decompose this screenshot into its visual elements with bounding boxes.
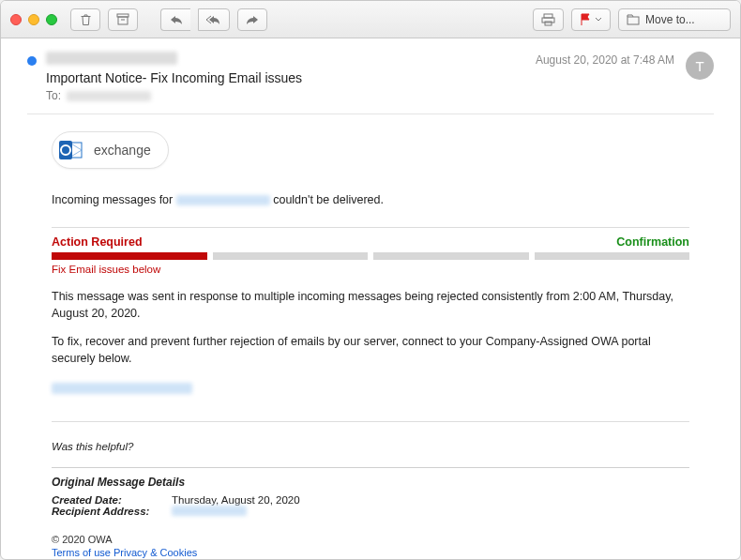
svg-rect-3: [544, 14, 552, 18]
minimize-window-button[interactable]: [28, 14, 39, 25]
rule-1: [52, 227, 689, 228]
recipient-redacted: [172, 506, 247, 516]
junk-button[interactable]: [108, 8, 138, 31]
created-date-label: Created Date:: [52, 494, 155, 506]
avatar-initial: T: [695, 58, 703, 74]
folder-move-icon: [627, 14, 640, 25]
archive-box-icon: [116, 13, 129, 25]
reply-all-icon: [206, 14, 221, 25]
action-required-label: Action Required: [52, 235, 143, 249]
move-to-label: Move to...: [645, 13, 695, 26]
flag-button[interactable]: [571, 8, 611, 31]
link-redacted: [52, 383, 192, 394]
to-redacted: [67, 91, 151, 101]
titlebar: Move to...: [1, 1, 740, 38]
progress-seg-2: [213, 252, 369, 260]
incoming-prefix: Incoming messages for: [52, 193, 176, 206]
window-controls: [10, 14, 57, 25]
flag-icon: [580, 13, 591, 26]
mail-window: Move to... Important Notice- Fix Incomin…: [0, 0, 741, 560]
move-to-button[interactable]: Move to...: [618, 8, 731, 31]
svg-rect-6: [628, 17, 639, 24]
recipient-label: Recipient Address:: [52, 506, 155, 517]
incoming-email-redacted: [176, 195, 270, 205]
unread-indicator: [27, 56, 37, 66]
print-button[interactable]: [533, 8, 564, 31]
reply-button[interactable]: [160, 8, 190, 31]
forward-icon: [246, 14, 259, 25]
progress-bar: [52, 252, 689, 260]
outlook-icon: [56, 136, 84, 164]
reply-all-button[interactable]: [198, 8, 230, 31]
confirmation-label: Confirmation: [616, 235, 689, 249]
exchange-badge: exchange: [52, 131, 169, 169]
email-content: exchange Incoming messages for couldn't …: [27, 131, 714, 558]
paragraph-2: To fix, recover and prevent further reje…: [52, 333, 689, 367]
progress-labels: Action Required Confirmation: [52, 235, 689, 249]
message-header: Important Notice- Fix Incoming Email iss…: [27, 52, 714, 102]
reply-icon: [170, 14, 183, 25]
progress-seg-1: [52, 252, 207, 260]
fix-below-text: Fix Email issues below: [52, 264, 689, 275]
original-details-title: Original Message Details: [52, 476, 689, 489]
to-label: To:: [46, 89, 61, 102]
rule-2: [52, 421, 689, 422]
from-redacted: [46, 52, 177, 65]
to-line: To:: [46, 89, 536, 102]
avatar: T: [686, 52, 714, 80]
exchange-label: exchange: [94, 143, 151, 158]
chevron-down-icon: [595, 17, 602, 23]
subject-line: Important Notice- Fix Incoming Email iss…: [46, 70, 536, 85]
zoom-window-button[interactable]: [46, 14, 57, 25]
forward-button[interactable]: [237, 8, 267, 31]
created-date-value: Thursday, August 20, 2020: [172, 494, 300, 506]
copyright: © 2020 OWA: [52, 534, 689, 545]
header-divider: [27, 114, 714, 114]
svg-rect-1: [118, 17, 128, 24]
paragraph-1: This message was sent in response to mul…: [52, 288, 689, 322]
message-date: August 20, 2020 at 7:48 AM: [536, 53, 674, 67]
printer-icon: [541, 13, 555, 26]
trash-icon: [80, 13, 92, 26]
rule-3: [52, 467, 689, 468]
trash-button[interactable]: [70, 8, 100, 31]
progress-seg-3: [373, 252, 529, 260]
message-body: Important Notice- Fix Incoming Email iss…: [1, 38, 740, 559]
owa-portal-link[interactable]: [52, 384, 192, 397]
incoming-failure-text: Incoming messages for couldn't be delive…: [52, 193, 689, 206]
was-helpful-text: Was this helpful?: [52, 441, 689, 452]
legal-links[interactable]: Terms of use Privacy & Cookies: [52, 547, 689, 558]
original-details: Created Date: Thursday, August 20, 2020 …: [52, 494, 689, 517]
progress-seg-4: [535, 252, 690, 260]
incoming-suffix: couldn't be delivered.: [273, 193, 384, 206]
close-window-button[interactable]: [10, 14, 22, 25]
